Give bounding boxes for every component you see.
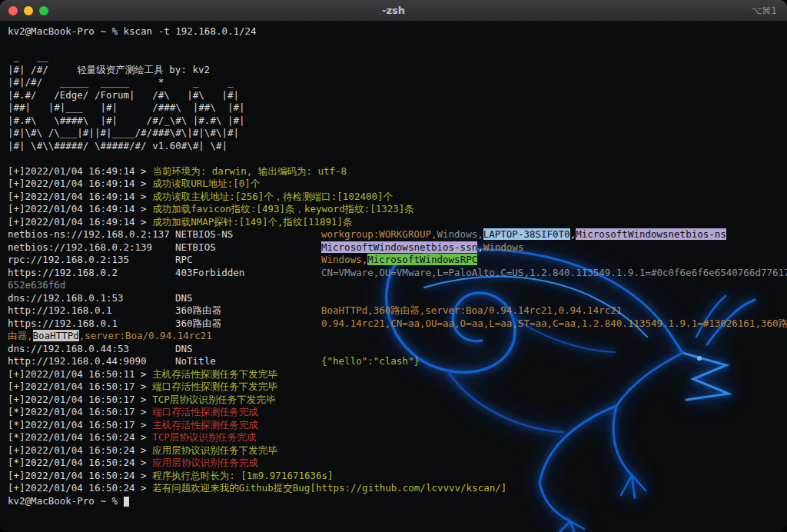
result-detail: Windows, xyxy=(321,254,367,265)
title-bar[interactable]: -zsh ⌥⌘1 xyxy=(0,0,787,22)
result-detail: 652e636f6d xyxy=(8,279,65,291)
result-service: RPC xyxy=(175,254,321,267)
result-row: https://192.168.0.2403ForbiddenCN=VMware… xyxy=(8,267,787,280)
text-segment: _ __ xyxy=(8,51,48,62)
result-detail: 0.94.14rc21,CN=aa,OU=aa,O=aa,L=aa,ST=aa,… xyxy=(321,318,787,329)
result-detail-highlight: MicrosoftWindowsnetbios-ns xyxy=(576,228,726,240)
result-detail: CN=VMware,OU=VMware,L=PaloAlto,C=US,1.2.… xyxy=(321,267,787,278)
result-row: dns://192.168.0.1:53DNS xyxy=(8,292,787,305)
log-line: [*]2022/01/04 16:50:17 > 端口存活性探测任务完成 xyxy=(8,406,787,419)
log-message: 成功读取URL地址:[0]个 xyxy=(152,178,260,189)
log-line: [+]2022/01/04 16:50:17 > TCP层协议识别任务下发完毕 xyxy=(8,394,787,407)
log-message: 当前环境为: darwin, 输出编码为: utf-8 xyxy=(152,165,347,177)
log-prefix: [*]2022/01/04 16:50:17 > xyxy=(8,419,152,431)
terminal-cursor[interactable] xyxy=(124,497,129,507)
result-detail: Windows, xyxy=(437,228,483,240)
log-prefix: [+]2022/01/04 16:49:14 > xyxy=(8,216,152,228)
log-line: [*]2022/01/04 16:50:24 > TCP层协议识别任务完成 xyxy=(8,431,787,444)
log-line: [+]2022/01/04 16:49:14 > 成功读取URL地址:[0]个 xyxy=(8,178,787,191)
log-prefix: [+]2022/01/04 16:50:24 > xyxy=(8,444,152,456)
log-line: [+]2022/01/04 16:49:14 > 成功读取主机地址:[256]个… xyxy=(8,191,787,204)
log-line: [+]2022/01/04 16:49:14 > 成功加载NMAP探针:[149… xyxy=(8,216,787,229)
result-url: netbios://192.168.0.2:139 xyxy=(8,241,175,254)
result-service: 360路由器 xyxy=(175,304,321,318)
zoom-button[interactable] xyxy=(39,6,48,15)
log-message: 程序执行总时长为: [1m9.971671636s] xyxy=(152,470,333,481)
result-detail-highlight: MicrosoftWindowsnetbios-ssn xyxy=(321,241,477,253)
log-prefix: [+]2022/01/04 16:50:17 > xyxy=(8,394,152,405)
log-prefix: [+]2022/01/04 16:50:24 > xyxy=(8,470,152,481)
text-segment: |##| |#|___ |#| /###\ |##\ |#| xyxy=(8,101,245,113)
result-row: https://192.168.0.1360路由器0.94.14rc21,CN=… xyxy=(8,318,787,331)
log-prefix: [*]2022/01/04 16:50:24 > xyxy=(8,457,152,468)
blank-line xyxy=(8,38,787,52)
result-url: https://192.168.0.1 xyxy=(8,318,175,331)
result-service: 403Forbidden xyxy=(175,267,321,280)
banner-line: |#.#/ /Edge/ /Forum| /#\ |#\ |#| xyxy=(8,89,787,102)
log-prefix: [*]2022/01/04 16:50:24 > xyxy=(8,431,152,443)
banner-line: |#.#\ \####\ |#| /#/_\#\ |#.#\ |#| xyxy=(8,115,787,128)
log-message: TCP层协议识别任务完成 xyxy=(152,431,256,443)
prompt-line: kv2@MacBook-Pro ~ % kscan -t 192.168.0.1… xyxy=(8,25,787,38)
log-line: [+]2022/01/04 16:50:24 > 程序执行总时长为: [1m9.… xyxy=(8,470,787,483)
text-segment: |#| \#\\#####/ \#####/#/ v1.60#\#| \#| xyxy=(8,140,227,151)
tab-shortcut-indicator: ⌥⌘1 xyxy=(752,0,777,22)
result-url: netbios-ns://192.168.0.2:137 xyxy=(8,228,175,241)
result-detail: ,server:Boa/0.94.14rc21 xyxy=(79,330,212,341)
log-message: 主机存活性探测任务完成 xyxy=(152,419,258,431)
banner-line: |#| \#\\#####/ \#####/#/ v1.60#\#| \#| xyxy=(8,140,787,153)
result-service: NoTitle xyxy=(175,355,321,368)
result-service: DNS xyxy=(175,292,321,305)
result-detail-highlight: BoaHTTPd xyxy=(33,330,79,341)
terminal-lines: kv2@MacBook-Pro ~ % kscan -t 192.168.0.1… xyxy=(8,25,787,507)
text-segment: |#|\#\ /\___|#||#|____/#/###\#\|#|\#\|#| xyxy=(8,127,239,138)
result-detail: workgroup:WORKGROUP, xyxy=(321,228,437,240)
window-title: -zsh xyxy=(0,5,787,16)
log-message: 端口存活性探测任务下发完毕 xyxy=(152,381,277,392)
log-prefix: [+]2022/01/04 16:49:14 > xyxy=(8,165,152,177)
log-prefix: [*]2022/01/04 16:50:17 > xyxy=(8,406,152,417)
prompt-line: kv2@MacBook-Pro ~ % xyxy=(8,495,787,508)
result-detail: , xyxy=(477,241,483,253)
result-url: dns://192.168.0.1:53 xyxy=(8,292,175,305)
terminal-body[interactable]: kv2@MacBook-Pro ~ % kscan -t 192.168.0.1… xyxy=(0,22,787,532)
log-message: 应用层协议识别任务完成 xyxy=(152,457,258,468)
result-url: dns://192.168.0.44:53 xyxy=(8,343,175,356)
log-message: 端口存活性探测任务完成 xyxy=(152,406,258,417)
log-message: 成功加载favicon指纹:[493]条，keyword指纹:[1323]条 xyxy=(152,203,414,214)
log-line: [+]2022/01/04 16:50:17 > 端口存活性探测任务下发完毕 xyxy=(8,381,787,394)
result-service: 360路由器 xyxy=(175,318,321,331)
log-message: 成功读取主机地址:[256]个，待检测端口:[102400]个 xyxy=(152,191,393,202)
log-line: [+]2022/01/04 16:50:24 > 应用层协议识别任务下发完毕 xyxy=(8,444,787,457)
log-line: [*]2022/01/04 16:50:24 > 应用层协议识别任务完成 xyxy=(8,457,787,470)
result-service: DNS xyxy=(175,343,321,356)
log-line: [+]2022/01/04 16:50:11 > 主机存活性探测任务下发完毕 xyxy=(8,368,787,381)
result-url: rpc://192.168.0.2:135 xyxy=(8,254,175,267)
minimize-button[interactable] xyxy=(24,6,33,15)
log-prefix: [+]2022/01/04 16:50:11 > xyxy=(8,368,152,380)
traffic-lights xyxy=(8,0,48,22)
log-prefix: [+]2022/01/04 16:49:14 > xyxy=(8,191,152,202)
result-url: http://192.168.0.1 xyxy=(8,304,175,318)
banner-line: |#|\#\ /\___|#||#|____/#/###\#\|#|\#\|#| xyxy=(8,127,787,140)
close-button[interactable] xyxy=(8,6,18,15)
log-message: 应用层协议识别任务下发完毕 xyxy=(152,444,277,456)
continuation-line: 由器,BoaHTTPd,server:Boa/0.94.14rc21 xyxy=(8,330,787,343)
result-url: https://192.168.0.2 xyxy=(8,267,175,280)
log-line: [+]2022/01/04 16:49:14 > 当前环境为: darwin, … xyxy=(8,165,787,178)
log-message: 若有问题欢迎来我的Github提交Bug[https://github.com/… xyxy=(152,482,506,494)
result-service: NETBIOS xyxy=(175,241,321,254)
text-segment: |#.#/ /Edge/ /Forum| /#\ |#\ |#| xyxy=(8,89,239,101)
result-row: http://192.168.0.44:9090NoTitle{"hello":… xyxy=(8,355,787,368)
log-line: [+]2022/01/04 16:49:14 > 成功加载favicon指纹:[… xyxy=(8,203,787,216)
log-prefix: [+]2022/01/04 16:49:14 > xyxy=(8,178,152,189)
result-url: http://192.168.0.44:9090 xyxy=(8,355,175,368)
result-row: netbios://192.168.0.2:139NETBIOSMicrosof… xyxy=(8,241,787,254)
text-segment: |#| /#/ 轻量级资产测绘工具 by: kv2 xyxy=(8,64,210,75)
result-detail: Windows xyxy=(483,241,524,253)
prompt-text: kv2@MacBook-Pro ~ % xyxy=(8,495,124,507)
log-message: TCP层协议识别任务下发完毕 xyxy=(152,394,275,405)
banner-line: |#|/#/ _____ _____ * _ _ xyxy=(8,76,787,89)
log-line: [+]2022/01/04 16:50:24 > 若有问题欢迎来我的Github… xyxy=(8,482,787,495)
terminal-window: -zsh ⌥⌘1 kv2@MacBook-Pro ~ xyxy=(0,0,787,532)
